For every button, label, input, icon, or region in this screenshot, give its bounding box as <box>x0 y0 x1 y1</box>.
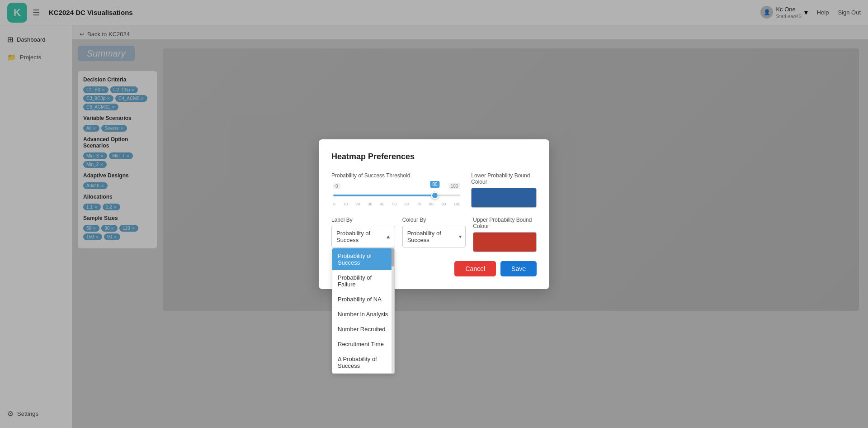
dropdown-item-prob-failure[interactable]: Probability of Failure <box>332 270 394 292</box>
save-button[interactable]: Save <box>500 261 537 276</box>
slider-area: 0 100 80 0 10 <box>331 183 462 206</box>
slider-ticks: 0 10 20 30 40 50 60 70 80 90 100 <box>333 202 460 206</box>
dropdown-item-prob-na[interactable]: Probability of NA <box>332 292 394 307</box>
label-by-group: Label By Probability of Success ▲ Probab… <box>331 217 395 247</box>
dropdown-item-number-analysis[interactable]: Number in Analysis <box>332 307 394 322</box>
colour-by-label: Colour By <box>402 217 466 223</box>
lower-colour-section: Lower Probability Bound Colour <box>471 172 537 208</box>
upper-colour-swatch[interactable] <box>473 232 537 252</box>
modal-overlay: Heatmap Preferences Probability of Succe… <box>72 25 868 428</box>
slider-min: 0 <box>333 183 340 189</box>
dropdown-item-number-recruited[interactable]: Number Recruited <box>332 322 394 337</box>
label-by-select[interactable]: Probability of Success ▲ Probability of … <box>331 226 395 247</box>
dropdown-item-prob-success[interactable]: Probability of Success <box>332 248 394 270</box>
colour-by-select[interactable]: Probability of Success ▾ <box>402 226 466 247</box>
dropdown-item-delta-prob[interactable]: Δ Probability of Success <box>332 352 394 373</box>
label-by-dropdown: Probability of Success Probability of Fa… <box>332 248 395 374</box>
cancel-button[interactable]: Cancel <box>454 261 496 276</box>
lower-colour-label: Lower Probability Bound Colour <box>471 172 537 185</box>
label-by-label: Label By <box>331 217 395 223</box>
slider-bounds: 0 100 <box>333 183 460 189</box>
slider-thumb-label: 80 <box>430 181 440 188</box>
label-by-display: Probability of Success <box>332 226 395 247</box>
threshold-section: Probability of Success Threshold 0 100 8… <box>331 172 462 208</box>
modal-title: Heatmap Preferences <box>331 152 537 162</box>
dropdown-scrollbar-thumb <box>392 248 394 266</box>
dropdown-scrollbar <box>392 248 394 373</box>
colour-by-group: Colour By Probability of Success ▾ <box>402 217 466 247</box>
slider-wrapper[interactable]: 80 <box>333 191 460 200</box>
colour-by-display: Probability of Success <box>403 226 466 247</box>
slider-fill <box>333 195 435 196</box>
content-area: ↩ Back to KC2024 Summary Decision Criter… <box>72 25 868 428</box>
heatmap-preferences-modal: Heatmap Preferences Probability of Succe… <box>319 139 549 289</box>
threshold-label: Probability of Success Threshold <box>331 172 462 179</box>
upper-colour-label: Upper Probability Bound Colour <box>473 217 537 229</box>
upper-colour-section: Upper Probability Bound Colour <box>473 217 537 252</box>
slider-thumb[interactable] <box>431 192 439 199</box>
lower-colour-swatch[interactable] <box>471 188 537 208</box>
slider-max: 100 <box>448 183 461 189</box>
dropdown-item-recruitment-time[interactable]: Recruitment Time <box>332 337 394 352</box>
